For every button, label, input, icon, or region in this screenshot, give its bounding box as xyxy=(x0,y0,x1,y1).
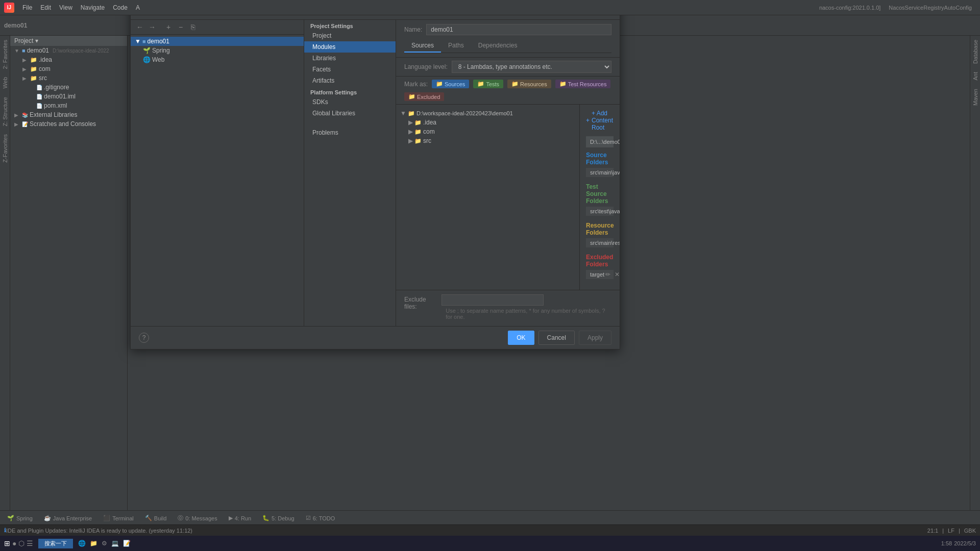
module-icon-demo01: ■ xyxy=(142,38,146,44)
bottom-tab-todo[interactable]: ☑ 6: TODO xyxy=(301,512,340,523)
tab-dependencies[interactable]: Dependencies xyxy=(471,39,525,53)
taskbar-app-4[interactable]: 💻 xyxy=(111,540,119,547)
menu-navigate[interactable]: Navigate xyxy=(77,0,109,15)
mark-sources-label: Sources xyxy=(445,81,465,87)
tree-item-com[interactable]: ▶ 📁 com xyxy=(10,64,127,73)
file-tree-src-label: src xyxy=(423,137,431,144)
taskbar-icon-2[interactable]: ⬡ xyxy=(18,539,24,547)
mark-sources-button[interactable]: 📁 Sources xyxy=(432,80,469,88)
expand-arrow-idea: ▶ xyxy=(22,57,29,63)
tree-label-idea: .idea xyxy=(39,56,52,63)
resource-path-item: src\main\resources ✏ ✕ xyxy=(586,238,614,247)
settings-global-libraries[interactable]: Global Libraries xyxy=(304,108,396,119)
settings-sdks[interactable]: SDKs xyxy=(304,96,396,108)
remove-module-button[interactable]: − xyxy=(176,22,186,32)
mark-test-resources-label: Test Resources xyxy=(568,81,607,87)
library-icon: 📚 xyxy=(22,112,28,118)
mark-test-resources-button[interactable]: 📁 Test Resources xyxy=(555,80,611,88)
tab-2-favorites[interactable]: 2: Favorites xyxy=(0,36,10,73)
taskbar-icon-1[interactable]: ● xyxy=(12,539,16,547)
menu-file[interactable]: File xyxy=(18,0,36,15)
tree-module-demo01[interactable]: ▼ ■ demo01 xyxy=(131,37,304,46)
tree-item-gitignore[interactable]: 📄 .gitignore xyxy=(10,83,127,92)
taskbar-app-2[interactable]: 📁 xyxy=(90,540,97,547)
tree-item-iml[interactable]: 📄 demo01.iml xyxy=(10,92,127,101)
expand-icon-idea: ▶ xyxy=(408,119,413,126)
module-icon: ■ xyxy=(22,47,26,54)
mark-tests-button[interactable]: 📁 Tests xyxy=(473,80,503,88)
bottom-tab-build[interactable]: 🔨 Build xyxy=(140,512,172,523)
menu-view[interactable]: View xyxy=(55,0,77,15)
cancel-button[interactable]: Cancel xyxy=(538,331,575,345)
mark-resources-label: Resources xyxy=(520,81,547,87)
tree-item-external[interactable]: ▶ 📚 External Libraries xyxy=(10,110,127,119)
settings-modules[interactable]: Modules xyxy=(304,41,396,53)
edit-excluded-button[interactable]: ✏ xyxy=(604,271,611,278)
settings-facets[interactable]: Facets xyxy=(304,64,396,75)
nav-forward-button[interactable]: → xyxy=(147,22,157,32)
name-input[interactable] xyxy=(426,24,611,35)
ok-button[interactable]: OK xyxy=(508,331,534,345)
taskbar-app-1[interactable]: 🌐 xyxy=(78,540,86,547)
taskbar-icon-3[interactable]: ☰ xyxy=(27,539,33,547)
tree-item-demo01[interactable]: ▼ ■ demo01 D:\workspace-ideal-2022 xyxy=(10,46,127,55)
copy-module-button[interactable]: ⎘ xyxy=(188,22,198,32)
tree-item-pom[interactable]: 📄 pom.xml xyxy=(10,101,127,110)
language-level-row: Language level: 8 - Lambdas, type annota… xyxy=(396,58,620,77)
bottom-tab-messages[interactable]: ⓪ 0: Messages xyxy=(173,512,222,523)
file-tree-idea[interactable]: ▶ 📁 .idea xyxy=(396,118,579,127)
tab-z-structure[interactable]: Z: Structure xyxy=(0,93,10,130)
taskbar-search[interactable]: 搜索一下 xyxy=(38,539,73,548)
tree-item-scratches[interactable]: ▶ 📝 Scratches and Consoles xyxy=(10,119,127,129)
language-level-select[interactable]: 8 - Lambdas, type annotations etc. xyxy=(452,61,611,73)
bottom-tab-spring[interactable]: 🌱 Spring xyxy=(2,512,38,523)
tab-paths[interactable]: Paths xyxy=(441,39,471,53)
folders-panel: + + Add Content Root D:\...\demo01 ✕ Sou… xyxy=(580,105,620,290)
menu-edit[interactable]: Edit xyxy=(36,0,55,15)
tab-sources[interactable]: Sources xyxy=(404,39,441,53)
windows-start-icon[interactable]: ⊞ xyxy=(4,539,10,547)
add-module-button[interactable]: + xyxy=(163,22,174,32)
content-header: Name: Sources Paths Dependencies xyxy=(396,20,620,58)
menu-code[interactable]: Code xyxy=(109,0,132,15)
name-row: Name: xyxy=(404,24,611,35)
bottom-tab-debug[interactable]: 🐛 5: Debug xyxy=(257,512,300,523)
add-content-root-button[interactable]: + + Add Content Root xyxy=(586,109,614,132)
menu-analyze[interactable]: A xyxy=(132,0,144,15)
tree-item-idea[interactable]: ▶ 📁 .idea xyxy=(10,55,127,64)
tab-maven[interactable]: Maven xyxy=(970,85,980,110)
tree-module-spring[interactable]: 🌱 Spring xyxy=(131,46,304,55)
taskbar-apps: 🌐 📁 ⚙ 💻 📝 xyxy=(74,540,937,547)
tab-web[interactable]: Web xyxy=(0,73,10,92)
bottom-tab-terminal[interactable]: ⬛ Terminal xyxy=(98,512,139,523)
mark-excluded-button[interactable]: 📁 Excluded xyxy=(404,92,444,101)
bottom-tab-run[interactable]: ▶ 4: Run xyxy=(224,512,256,523)
taskbar-app-3[interactable]: ⚙ xyxy=(102,540,107,547)
tab-database[interactable]: Database xyxy=(970,36,980,68)
tree-item-src[interactable]: ▶ 📁 src xyxy=(10,73,127,83)
footer-buttons: OK Cancel Apply xyxy=(508,331,611,345)
platform-settings-label: Platform Settings xyxy=(304,86,396,96)
remove-excluded-button[interactable]: ✕ xyxy=(614,271,620,278)
file-tree-root[interactable]: ▼ 📁 D:\workspace-ideal-20220423\demo01 xyxy=(396,109,579,118)
bottom-tab-java-enterprise[interactable]: ☕ Java Enterprise xyxy=(39,512,97,523)
mark-resources-button[interactable]: 📁 Resources xyxy=(507,80,551,88)
settings-artifacts[interactable]: Artifacts xyxy=(304,75,396,86)
expand-icon-src: ▶ xyxy=(408,137,413,144)
taskbar-app-5[interactable]: 📝 xyxy=(123,540,131,547)
tab-ant[interactable]: Ant xyxy=(970,68,980,85)
tab-z-favorites2[interactable]: Z-Favorites xyxy=(0,130,10,167)
test-source-path-label: src\test\java xyxy=(590,208,620,214)
nav-back-button[interactable]: ← xyxy=(135,22,145,32)
settings-problems[interactable]: Problems xyxy=(304,127,396,138)
settings-libraries[interactable]: Libraries xyxy=(304,53,396,64)
resource-folders-section: Resource Folders src\main\resources ✏ ✕ xyxy=(586,222,614,247)
settings-project[interactable]: Project xyxy=(304,30,396,41)
exclude-files-input[interactable] xyxy=(442,294,544,306)
file-tree-com[interactable]: ▶ 📁 com xyxy=(396,127,579,136)
tree-module-web[interactable]: 🌐 Web xyxy=(131,55,304,64)
collapse-icon-root: ▼ xyxy=(400,110,406,117)
help-button[interactable]: ? xyxy=(139,333,149,343)
apply-button[interactable]: Apply xyxy=(579,331,611,345)
file-tree-src[interactable]: ▶ 📁 src xyxy=(396,136,579,145)
